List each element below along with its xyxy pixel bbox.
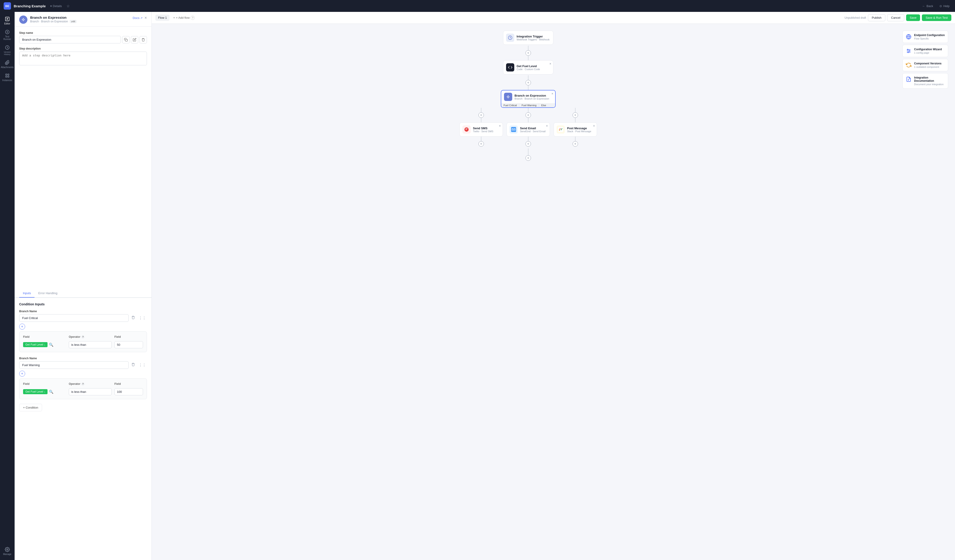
sidebar-item-editor[interactable]: Editor — [1, 15, 14, 27]
right-card-integration-docs[interactable]: Integration Documentation Document your … — [902, 73, 948, 89]
sidebar-item-test-runner[interactable]: Test Runner — [1, 28, 14, 42]
sidebar-item-manage[interactable]: Manage — [1, 545, 14, 557]
external-link-icon: ↗ — [140, 16, 142, 20]
branch-close[interactable]: × — [551, 92, 553, 95]
slack-sub: Slack · Post Message — [567, 130, 594, 133]
svg-rect-14 — [558, 127, 563, 132]
branch-name-row-1: ⋮⋮ — [19, 361, 147, 369]
sidebar-item-version-history[interactable]: Version History — [1, 43, 14, 57]
connector-1: × Get Fuel Level Code · Custom Code — [503, 60, 553, 75]
field-tag-0-0[interactable]: Get Fuel Level ↓ — [23, 342, 47, 347]
flow-1-tab[interactable]: Flow 1 — [155, 15, 169, 21]
step-description-label: Step description — [19, 47, 147, 50]
save-button[interactable]: Save — [906, 14, 920, 21]
slack-title: Post Message — [567, 127, 594, 130]
svg-rect-3 — [5, 74, 7, 75]
right-card-config-wizard[interactable]: Configuration Wizard 1 config page — [902, 45, 948, 57]
help-button[interactable]: ⊙ Help — [938, 3, 951, 9]
panel-body: Step name Step description — [15, 27, 152, 289]
branch-menu-icon-1[interactable]: ⋮⋮ — [138, 362, 147, 368]
canvas-toolbar: Flow 1 + + Add flow ? Unpublished draft … — [152, 12, 955, 24]
add-step-0[interactable]: + — [526, 50, 531, 56]
back-button[interactable]: ← Back — [920, 3, 935, 9]
field-search-icon-0-0[interactable]: 🔍 — [49, 343, 53, 347]
panel-close-button[interactable]: × — [144, 16, 147, 20]
fuel-sub: Code · Custom Code — [517, 68, 550, 70]
tab-error-handling[interactable]: Error Handling — [34, 289, 61, 297]
condition-inputs-section: Condition Inputs Branch Name ⋮⋮ + Field … — [15, 297, 152, 560]
branch-delete-icon-1[interactable] — [130, 362, 136, 368]
slack-close[interactable]: × — [593, 124, 595, 128]
add-else[interactable]: + — [573, 113, 578, 118]
add-step-1[interactable]: + — [526, 80, 531, 85]
help-circle-icon: ⊙ — [939, 4, 942, 8]
add-fuel-warning[interactable]: + — [526, 113, 531, 118]
top-nav: BE Branching Example ▾ Details ☆ ← Back … — [0, 0, 955, 12]
panel-header-info: Branch on Expression Branch · Branch on … — [30, 16, 130, 23]
value-input-0-0[interactable] — [114, 341, 143, 348]
add-after-email[interactable]: + — [526, 141, 531, 147]
doc-icon — [905, 76, 912, 83]
add-condition-btn-0[interactable]: + — [19, 324, 25, 330]
node-branch-on-expression[interactable]: Branch on Expression Branch · Branch on … — [501, 90, 556, 108]
publish-button[interactable]: Publish — [868, 14, 886, 21]
add-condition-btn-1[interactable]: + — [19, 371, 25, 377]
svg-rect-5 — [5, 76, 7, 77]
sidebar-item-instances[interactable]: Instances — [1, 71, 14, 83]
field-search-icon-1-0[interactable]: 🔍 — [49, 389, 53, 394]
email-close[interactable]: × — [546, 124, 548, 128]
step-name-input-row — [19, 36, 147, 44]
svg-point-7 — [6, 549, 8, 550]
help-flow-icon[interactable]: ? — [191, 16, 195, 20]
step-description-input[interactable] — [19, 52, 147, 65]
tab-inputs[interactable]: Inputs — [19, 289, 34, 297]
branches-area: + × Send SMS Twilio · Send SMS — [459, 108, 597, 147]
delete-button[interactable] — [139, 36, 147, 44]
sms-close[interactable]: × — [499, 124, 501, 128]
value-input-1-0[interactable] — [114, 388, 143, 395]
node-send-email[interactable]: × Send Email SendGrid · Send Email — [507, 122, 550, 136]
branch-label-fuel-warning: Fuel Warning — [519, 103, 539, 107]
sidebar-item-attachments[interactable]: Attachments — [1, 58, 14, 70]
add-after-slack[interactable]: + — [573, 141, 578, 147]
node-integration-trigger[interactable]: Integration Trigger Webhook Triggers · W… — [503, 31, 553, 45]
save-run-button[interactable]: Save & Run Test — [922, 14, 951, 21]
branch-name-input-0[interactable] — [19, 314, 128, 322]
app-logo: BE — [4, 2, 11, 9]
docs-link[interactable]: Docs ↗ — [133, 16, 143, 20]
details-button[interactable]: ▾ Details — [49, 3, 64, 9]
svg-point-11 — [507, 96, 509, 98]
node-close-1[interactable]: × — [550, 62, 551, 66]
branch-delete-icon-0[interactable] — [130, 315, 136, 321]
step-name-input[interactable] — [19, 36, 121, 44]
node-get-fuel-level[interactable]: × Get Fuel Level Code · Custom Code — [503, 60, 553, 75]
field-tag-1-0[interactable]: Get Fuel Level ↓ — [23, 389, 47, 394]
branch-name-input-1[interactable] — [19, 361, 128, 369]
add-condition-button[interactable]: + Condition — [19, 404, 42, 411]
branch-name-label-1: Branch Name — [19, 357, 147, 360]
operator-select-1-0[interactable]: is less than — [69, 388, 112, 395]
svg-point-8 — [23, 19, 24, 20]
branch-col-1: + × Send Email SendGrid · Send — [507, 108, 550, 147]
branch-name-label-0: Branch Name — [19, 310, 147, 313]
branch-label-else: Else — [539, 103, 548, 107]
copy-button[interactable] — [122, 36, 130, 44]
add-fuel-critical[interactable]: + — [478, 113, 484, 118]
add-flow-button[interactable]: + + Add flow ? — [171, 15, 196, 21]
node-send-sms[interactable]: × Send SMS Twilio · Send SMS — [459, 122, 503, 136]
branch-menu-icon-0[interactable]: ⋮⋮ — [138, 315, 147, 321]
right-card-component-versions[interactable]: Component Versions 1 outdated component — [902, 59, 948, 71]
email-icon — [509, 125, 518, 134]
add-after-sms[interactable]: + — [478, 141, 484, 147]
cancel-button[interactable]: Cancel — [887, 14, 904, 21]
right-card-endpoint-config[interactable]: Endpoint Configuration Flow Specific — [902, 31, 948, 43]
branch-labels: Fuel Critical Fuel Warning Else — [501, 103, 555, 107]
edit-button[interactable] — [131, 36, 138, 44]
node-post-message[interactable]: × — [554, 122, 597, 136]
sliders-icon — [905, 48, 912, 54]
config-wizard-title: Configuration Wizard — [914, 48, 945, 51]
operator-select-0-0[interactable]: is less than — [69, 341, 112, 348]
add-after-branch[interactable]: + — [526, 155, 531, 161]
favorite-icon[interactable]: ☆ — [66, 4, 70, 8]
branch-node-header: Branch on Expression Branch · Branch on … — [501, 91, 555, 103]
